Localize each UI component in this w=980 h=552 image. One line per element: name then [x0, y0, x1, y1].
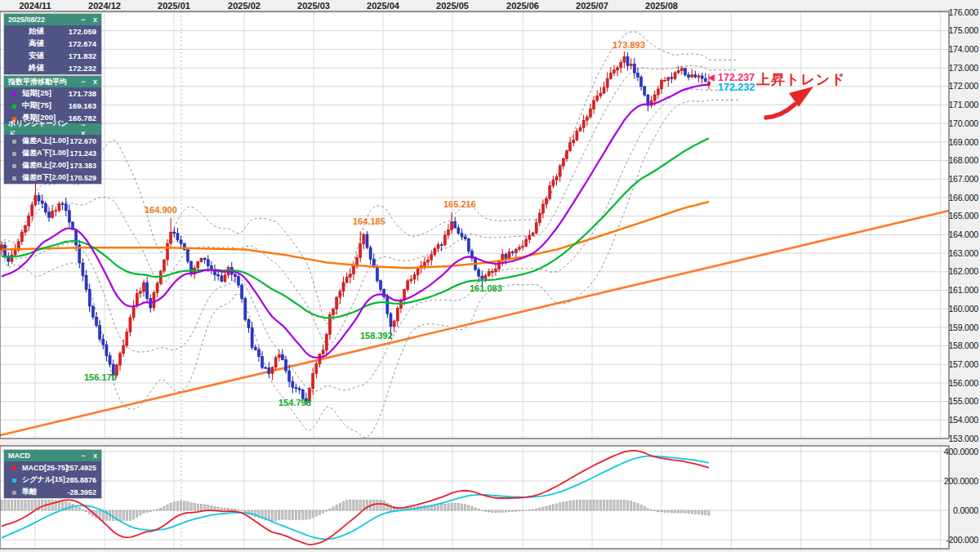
- main-axis-tick: 158.000: [948, 341, 978, 350]
- price-annotation: 165.216: [443, 199, 476, 209]
- date-axis-label: 2024/12: [88, 1, 121, 11]
- panel-title: 2025/08/22: [8, 16, 45, 24]
- row-value: 172.059: [69, 27, 96, 36]
- date-axis-label: 2025/05: [436, 1, 469, 11]
- date-axis-label: 2025/06: [506, 1, 539, 11]
- bid-price-label: 172.232: [718, 82, 755, 93]
- panel-header[interactable]: ボリンジャーバンド − x: [4, 123, 101, 135]
- bb-row-b-lower: 偏差B下[2.00] 170.529: [4, 171, 101, 184]
- date-axis-label: 2025/04: [367, 1, 400, 11]
- series-color-dot: [12, 164, 16, 168]
- minimize-icon[interactable]: −: [81, 452, 85, 460]
- row-label: 短期[25]: [4, 88, 51, 99]
- series-color-dot: [12, 491, 16, 495]
- row-label: 始値: [4, 26, 44, 37]
- close-icon[interactable]: x: [93, 78, 97, 86]
- trend-annotation-text: 上昇トレンド: [756, 70, 846, 89]
- date-axis-label: 2024/11: [19, 1, 51, 11]
- main-axis-tick: 162.000: [948, 266, 978, 276]
- row-label: 中期[75]: [4, 100, 51, 111]
- series-color-dot: [12, 140, 16, 144]
- main-axis-tick: 174.000: [948, 44, 978, 54]
- date-axis-label: 2025/03: [297, 1, 330, 11]
- date-axis-label: 2025/08: [645, 1, 678, 11]
- main-axis-tick: 154.000: [948, 415, 978, 425]
- row-label: 乖離: [4, 487, 37, 497]
- main-axis-tick: 153.000: [948, 434, 978, 443]
- row-value: 171.738: [69, 89, 96, 98]
- main-axis-tick: 160.000: [948, 304, 978, 314]
- bollinger-info-panel[interactable]: ボリンジャーバンド − x 偏差A上[1.00] 172.670 偏差A下[1.…: [4, 123, 101, 184]
- series-color-dot: [12, 152, 16, 156]
- main-axis-tick: 156.000: [948, 378, 978, 388]
- main-axis-tick: 155.000: [948, 396, 978, 406]
- series-color-dot: [12, 479, 16, 483]
- ohlc-row-low: 安値 171.832: [4, 50, 101, 62]
- ohlc-row-high: 高値 172.674: [4, 38, 101, 50]
- price-annotation: 158.392: [360, 331, 393, 341]
- minimize-icon[interactable]: −: [81, 121, 85, 129]
- row-label: 高値: [4, 38, 44, 49]
- main-axis-tick: 170.000: [948, 118, 978, 128]
- main-axis-tick: 169.000: [948, 137, 978, 147]
- row-label: 終値: [4, 63, 44, 73]
- ohlc-row-open: 始値 172.059: [4, 25, 101, 38]
- main-axis-tick: 173.000: [948, 63, 978, 73]
- date-axis-label: 2025/07: [576, 1, 608, 11]
- price-annotation: 173.893: [612, 40, 645, 50]
- macd-row-divergence: 乖離 -28.3952: [4, 486, 101, 498]
- series-color-dot: [12, 176, 16, 180]
- price-annotation: 154.798: [278, 398, 311, 407]
- macd-row-signal: シグナル[15] 285.8876: [4, 474, 101, 486]
- trading-chart-window: 153.000154.000155.000156.000157.000158.0…: [0, 0, 980, 552]
- row-value: 257.4925: [65, 464, 96, 472]
- ema-info-panel[interactable]: 指数平滑移動平均 − x 短期[25] 171.738 中期[75] 169.1…: [4, 76, 101, 124]
- price-annotation: 164.185: [353, 216, 385, 226]
- bb-row-a-lower: 偏差A下[1.00] 171.243: [4, 147, 101, 159]
- main-axis-tick: 172.000: [948, 81, 978, 91]
- main-axis-tick: 159.000: [948, 323, 978, 332]
- row-value: -28.3952: [67, 488, 96, 496]
- series-color-dot: [12, 92, 16, 96]
- panel-header[interactable]: 2025/08/22 − x: [4, 14, 101, 25]
- row-value: 172.232: [69, 64, 96, 73]
- minimize-icon[interactable]: −: [81, 78, 85, 86]
- main-axis-tick: 168.000: [948, 155, 978, 165]
- close-icon[interactable]: x: [93, 16, 97, 24]
- row-value: 173.383: [69, 162, 96, 170]
- price-annotation: 156.170: [84, 372, 117, 382]
- macd-row-line: MACD[25-75] 257.4925: [4, 461, 101, 474]
- panel-title: 指数平滑移動平均: [8, 77, 67, 87]
- ema-row-short: 短期[25] 171.738: [4, 87, 101, 100]
- row-value: 170.529: [69, 174, 96, 182]
- ohlc-row-close: 終値 172.232: [4, 62, 101, 74]
- price-annotation: 161.083: [470, 283, 502, 293]
- row-value: 285.8876: [65, 476, 96, 484]
- main-axis-tick: 161.000: [948, 285, 978, 295]
- row-value: 171.243: [69, 149, 96, 158]
- panel-header[interactable]: MACD − x: [4, 450, 101, 461]
- main-axis-tick: 167.000: [948, 174, 978, 184]
- main-axis-tick: 157.000: [948, 359, 978, 369]
- row-value: 172.674: [69, 39, 96, 48]
- panel-header[interactable]: 指数平滑移動平均 − x: [4, 76, 101, 87]
- close-icon[interactable]: x: [93, 452, 97, 460]
- main-axis-tick: 171.000: [948, 100, 978, 109]
- ohlc-info-panel[interactable]: 2025/08/22 − x 始値 172.059 高値 172.674 安値 …: [4, 14, 101, 74]
- macd-axis-tick: -200.000: [946, 535, 978, 545]
- row-value: 169.163: [69, 101, 96, 110]
- row-value: 171.832: [69, 51, 96, 60]
- main-axis-tick: 165.000: [948, 211, 978, 220]
- main-axis-tick: 163.000: [948, 248, 978, 258]
- ema-row-mid: 中期[75] 169.163: [4, 100, 101, 112]
- bb-row-b-upper: 偏差B上[2.00] 173.383: [4, 159, 101, 171]
- series-color-dot: [12, 466, 16, 470]
- series-color-dot: [12, 105, 16, 109]
- minimize-icon[interactable]: −: [81, 16, 85, 24]
- date-axis-label: 2025/02: [228, 1, 261, 11]
- main-axis-tick: 176.000: [948, 7, 978, 17]
- macd-info-panel[interactable]: MACD − x MACD[25-75] 257.4925 シグナル[15] 2…: [4, 450, 101, 498]
- main-axis-tick: 175.000: [948, 25, 978, 35]
- main-axis-tick: 166.000: [948, 193, 978, 203]
- row-value: 172.670: [69, 137, 96, 145]
